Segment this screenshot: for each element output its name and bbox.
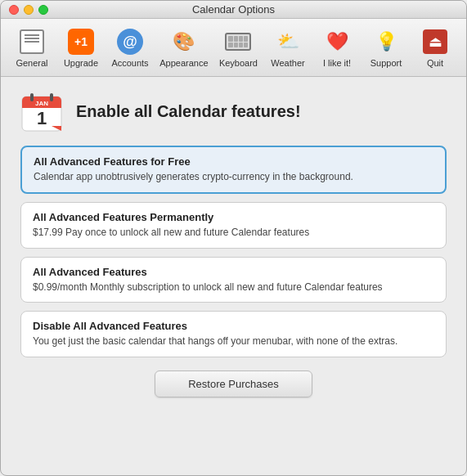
toolbar: General +1 Upgrade @ Accounts 🎨 Appearan… bbox=[1, 19, 466, 77]
toolbar-label-quit: Quit bbox=[427, 58, 443, 68]
option-title-subscription: All Advanced Features bbox=[33, 266, 434, 278]
window-controls bbox=[9, 5, 48, 15]
option-desc-permanent: $17.99 Pay once to unlock all new and fu… bbox=[33, 226, 434, 240]
toolbar-label-appearance: Appearance bbox=[159, 58, 208, 68]
option-card-disable[interactable]: Disable All Advanced Features You get ju… bbox=[20, 311, 447, 357]
zoom-button[interactable] bbox=[38, 5, 48, 15]
toolbar-label-accounts: Accounts bbox=[111, 58, 148, 68]
option-card-free[interactable]: All Advanced Features for Free Calendar … bbox=[20, 146, 447, 194]
toolbar-item-keyboard[interactable]: Keyboard bbox=[215, 24, 262, 71]
upgrade-icon: +1 bbox=[66, 27, 96, 56]
quit-icon: ⏏ bbox=[420, 27, 450, 56]
svg-rect-5 bbox=[30, 93, 34, 101]
toolbar-item-upgrade[interactable]: +1 Upgrade bbox=[58, 24, 104, 71]
toolbar-label-keyboard: Keyboard bbox=[219, 58, 258, 68]
toolbar-item-quit[interactable]: ⏏ Quit bbox=[412, 24, 458, 71]
option-title-free: All Advanced Features for Free bbox=[34, 155, 433, 168]
toolbar-label-upgrade: Upgrade bbox=[64, 58, 98, 68]
page-header: JAN 1 Enable all Calendar features! bbox=[20, 90, 447, 132]
page-title: Enable all Calendar features! bbox=[76, 102, 301, 121]
option-card-subscription[interactable]: All Advanced Features $0.99/month Monthl… bbox=[20, 257, 447, 303]
toolbar-item-weather[interactable]: ⛅ Weather bbox=[265, 24, 311, 71]
svg-text:1: 1 bbox=[37, 108, 47, 128]
svg-rect-6 bbox=[50, 93, 53, 101]
main-content: JAN 1 Enable all Calendar features! All … bbox=[1, 77, 466, 411]
minimize-button[interactable] bbox=[24, 5, 34, 15]
toolbar-item-i-like-it[interactable]: ❤️ I like it! bbox=[314, 24, 360, 71]
option-desc-disable: You get just the basic calendar that han… bbox=[33, 335, 434, 348]
toolbar-label-general: General bbox=[16, 58, 47, 68]
close-button[interactable] bbox=[9, 5, 19, 15]
svg-text:JAN: JAN bbox=[35, 100, 48, 107]
window-title: Calendar Options bbox=[192, 3, 275, 16]
toolbar-item-appearance[interactable]: 🎨 Appearance bbox=[156, 24, 212, 71]
general-icon bbox=[17, 27, 47, 56]
appearance-icon: 🎨 bbox=[169, 27, 199, 56]
option-desc-subscription: $0.99/month Monthly subscription to unlo… bbox=[33, 281, 434, 294]
option-card-permanent[interactable]: All Advanced Features Permanently $17.99… bbox=[20, 202, 447, 249]
restore-purchases-button[interactable]: Restore Purchases bbox=[155, 370, 312, 397]
calendar-icon: JAN 1 bbox=[20, 90, 63, 132]
toolbar-label-support: Support bbox=[370, 58, 402, 68]
title-bar: Calendar Options bbox=[1, 1, 466, 19]
support-icon: 💡 bbox=[371, 27, 401, 56]
toolbar-label-weather: Weather bbox=[271, 58, 304, 68]
option-title-permanent: All Advanced Features Permanently bbox=[33, 211, 434, 223]
keyboard-icon bbox=[223, 27, 253, 56]
toolbar-label-i-like-it: I like it! bbox=[323, 58, 351, 68]
toolbar-item-accounts[interactable]: @ Accounts bbox=[107, 24, 153, 71]
option-desc-free: Calendar app unobtrusively generates cry… bbox=[34, 170, 433, 184]
heart-icon: ❤️ bbox=[322, 27, 352, 56]
weather-icon: ⛅ bbox=[273, 27, 303, 56]
toolbar-item-general[interactable]: General bbox=[9, 24, 55, 71]
toolbar-item-support[interactable]: 💡 Support bbox=[363, 24, 409, 71]
accounts-icon: @ bbox=[115, 27, 145, 56]
restore-btn-wrapper: Restore Purchases bbox=[20, 370, 447, 397]
option-title-disable: Disable All Advanced Features bbox=[33, 320, 434, 332]
